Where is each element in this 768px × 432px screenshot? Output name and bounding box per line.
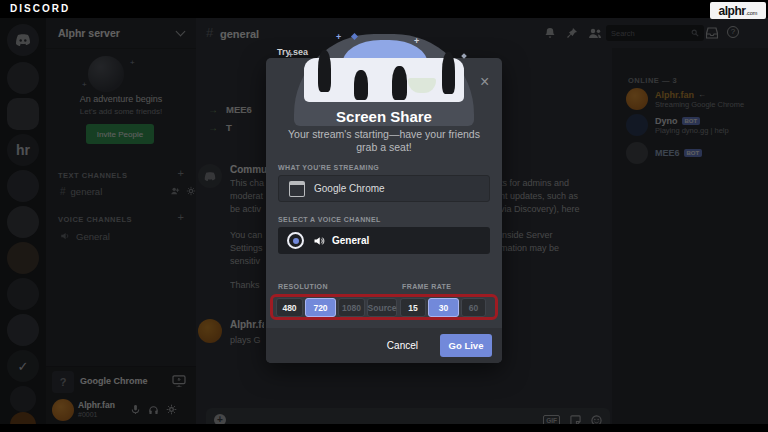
alphr-watermark: alphr.com bbox=[710, 2, 766, 19]
sparkle-icon: + bbox=[336, 32, 341, 42]
voice-channel-option[interactable]: General bbox=[278, 227, 490, 254]
resolution-1080-button[interactable]: 1080 bbox=[338, 298, 365, 317]
silhouette-figure bbox=[318, 50, 331, 92]
framerate-60-button[interactable]: 60 bbox=[461, 298, 486, 317]
resolution-720-button[interactable]: 720 bbox=[305, 298, 336, 317]
watermark-name: alphr bbox=[719, 4, 746, 18]
modal-title: Screen Share bbox=[266, 108, 502, 125]
resolution-options: 480 720 1080 Source bbox=[276, 298, 397, 317]
cancel-button[interactable]: Cancel bbox=[381, 339, 424, 352]
speaker-icon bbox=[313, 235, 325, 247]
modal-subtitle: Your stream's starting—have your friends… bbox=[286, 128, 482, 154]
sparkle-icon bbox=[461, 53, 467, 59]
framerate-15-button[interactable]: 15 bbox=[400, 298, 426, 317]
framerate-30-button[interactable]: 30 bbox=[428, 298, 459, 317]
streaming-label: WHAT YOU'RE STREAMING bbox=[278, 164, 379, 171]
screen-share-modal: + + + × Screen Share Your stream's start… bbox=[266, 58, 502, 363]
sparkle-icon: + bbox=[414, 36, 419, 46]
streaming-source-field[interactable]: Google Chrome bbox=[278, 175, 490, 202]
silhouette-figure bbox=[442, 52, 455, 94]
voice-channel-label: SELECT A VOICE CHANNEL bbox=[278, 216, 381, 223]
letterbox-strip bbox=[0, 424, 768, 432]
resolution-label: RESOLUTION bbox=[278, 283, 328, 290]
sparkle-icon: + bbox=[288, 50, 293, 60]
streaming-source-value: Google Chrome bbox=[314, 183, 385, 194]
framerate-options: 15 30 60 bbox=[400, 298, 486, 317]
close-icon[interactable]: × bbox=[480, 74, 489, 90]
framerate-label: FRAME RATE bbox=[402, 283, 451, 290]
video-title-bar bbox=[0, 0, 768, 18]
go-live-button[interactable]: Go Live bbox=[440, 334, 492, 357]
silhouette-figure bbox=[354, 70, 368, 100]
resolution-480-button[interactable]: 480 bbox=[276, 298, 303, 317]
voice-channel-value: General bbox=[332, 235, 369, 246]
radio-selected-icon[interactable] bbox=[287, 232, 304, 249]
screenshot-root: hr ✓ Alphr server + + An adventure begin… bbox=[0, 0, 768, 432]
watermark-tld: .com bbox=[745, 10, 757, 16]
window-icon bbox=[289, 181, 305, 197]
discord-wordmark: DISCORD bbox=[10, 3, 70, 14]
modal-footer: Cancel Go Live bbox=[266, 328, 502, 363]
resolution-source-button[interactable]: Source bbox=[367, 298, 397, 317]
silhouette-figure bbox=[392, 66, 407, 100]
